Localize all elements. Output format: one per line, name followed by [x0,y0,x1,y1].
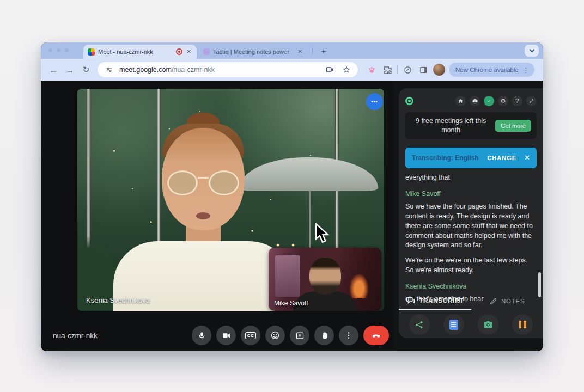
video-stage: Ksenia Svechnikova Mike Savoff ••• nua-c… [41,81,393,351]
reactions-button[interactable] [265,326,285,345]
meet-favicon-icon [88,48,95,56]
raise-hand-button[interactable] [314,326,334,345]
tab-transcript[interactable]: TRANSCRIPT [399,292,471,310]
tab-title: Meet - nua-czmr-nkk [98,48,173,55]
quota-banner: 9 free meetings left this month Get more [405,112,537,139]
tab-meet[interactable]: Meet - nua-czmr-nkk ✕ [83,45,197,59]
tactiq-action-bar [402,314,540,335]
main-video-tile[interactable]: Ksenia Svechnikova Mike Savoff [77,89,384,311]
quota-text: 9 free meetings left this month [411,117,491,135]
site-settings-icon[interactable] [103,64,115,76]
tactiq-sidebar: ⚙ ? 9 free meetings left this month Get … [393,81,543,351]
tactiq-header: ⚙ ? [405,94,537,108]
close-banner-icon[interactable]: ✕ [524,154,530,162]
get-more-button[interactable]: Get more [495,120,531,132]
tactiq-panel: ⚙ ? 9 free meetings left this month Get … [399,88,543,338]
meet-page: Ksenia Svechnikova Mike Savoff ••• nua-c… [41,81,543,351]
transcript-list[interactable]: everything that Mike Savoff So we have t… [405,173,537,304]
close-tab-icon[interactable]: ✕ [186,48,192,56]
tactiq-header-buttons: ⚙ ? [455,96,537,106]
docs-icon [449,320,458,330]
shield-check-icon[interactable] [484,96,494,106]
transcribing-label: Transcribing: English [412,154,479,162]
transcript-tab-label: TRANSCRIPT [419,297,464,304]
transcript-speaker: Mike Savoff [405,189,537,199]
transcript-line: So we have the four pages finished. The … [405,202,537,250]
settings-gear-icon[interactable]: ⚙ [498,96,508,106]
cc-icon: CC [245,332,257,339]
tab-divider [312,47,313,54]
tab-strip: Meet - nua-czmr-nkk ✕ Tactiq | Meeting n… [41,42,543,59]
transcript-line: We're on the we're on the last few steps… [405,256,537,275]
tab-title: Tactiq | Meeting notes power [213,48,294,55]
chrome-update-button[interactable]: New Chrome available ⋮ [449,63,534,77]
kebab-menu-icon[interactable]: ⋮ [521,66,531,74]
url-text: meet.google.com/nua-czmr-nkk [119,66,320,74]
zoom-window-icon[interactable] [65,48,69,52]
present-screen-button[interactable] [290,326,309,345]
side-panel-icon[interactable] [417,64,429,76]
scrollbar-thumb[interactable] [538,272,541,297]
cloud-icon[interactable] [470,96,480,106]
tab-search-button[interactable] [525,45,539,57]
close-tab-icon[interactable]: ✕ [297,48,303,56]
google-docs-button[interactable] [443,314,464,335]
meet-control-bar: nua-czmr-nkk CC [41,320,393,351]
back-button[interactable]: ← [46,63,60,77]
update-label: New Chrome available [455,66,519,73]
notes-tab-label: NOTES [501,298,525,304]
screenshot-button[interactable] [478,314,498,335]
mouse-cursor [315,223,329,246]
home-icon[interactable] [455,96,466,106]
pause-icon [519,321,526,328]
microphone-button[interactable] [192,326,211,345]
forward-button[interactable]: → [63,63,77,77]
pip-window [275,255,300,297]
pip-video-tile[interactable]: Mike Savoff [269,248,381,311]
tab-capture-icon[interactable] [324,64,336,76]
tactiq-tab-bar: TRANSCRIPT NOTES [399,292,543,310]
tactiq-logo-icon [405,97,413,105]
new-tab-button[interactable]: + [318,45,330,57]
recording-indicator-icon [176,48,182,55]
macos-traffic-lights[interactable] [48,48,69,52]
participant-mouth [196,212,210,219]
pink-extension-icon[interactable] [366,64,378,76]
toolbar-extensions-area: New Chrome available ⋮ [366,63,534,77]
tab-notes[interactable]: NOTES [471,292,544,310]
pip-participant-name: Mike Savoff [274,299,308,307]
close-window-icon[interactable] [48,48,52,52]
browser-toolbar: ← → ↻ meet.google.com/nua-czmr-nkk [41,59,543,81]
transcript-speaker: Ksenia Svechnikova [405,282,537,292]
pip-fireplace [350,274,368,298]
tab-tactiq[interactable]: Tactiq | Meeting notes power ✕ [199,45,308,59]
more-options-button[interactable] [339,326,358,345]
tactiq-floating-bubble[interactable]: ••• [366,93,383,110]
camera-button[interactable] [216,326,236,345]
extensions-puzzle-icon[interactable] [381,64,393,76]
main-participant-name: Ksenia Svechnikova [86,296,150,304]
share-button[interactable] [409,314,430,335]
tactiq-favicon-icon [203,48,210,55]
circle-extension-icon[interactable] [402,64,413,76]
transcribing-banner: Transcribing: English CHANGE ✕ [405,148,537,168]
participant-glasses [167,170,239,195]
bookmark-star-icon[interactable] [340,64,352,76]
toolbar-divider [397,65,398,74]
end-call-button[interactable] [363,326,389,345]
chevron-down-icon [529,47,534,53]
help-icon[interactable]: ? [512,96,522,106]
meeting-code: nua-czmr-nkk [53,332,98,340]
reload-button[interactable]: ↻ [79,63,93,77]
minimize-window-icon[interactable] [57,48,60,52]
captions-button[interactable]: CC [241,326,260,345]
browser-window: Meet - nua-czmr-nkk ✕ Tactiq | Meeting n… [41,42,543,351]
change-language-button[interactable]: CHANGE [487,155,516,161]
profile-avatar[interactable] [433,64,445,76]
expand-icon[interactable] [526,96,537,106]
call-controls: CC [192,326,389,345]
pause-recording-button[interactable] [512,314,533,335]
address-bar[interactable]: meet.google.com/nua-czmr-nkk [98,62,358,77]
pip-participant-face [309,258,341,295]
transcript-line: everything that [405,173,537,183]
